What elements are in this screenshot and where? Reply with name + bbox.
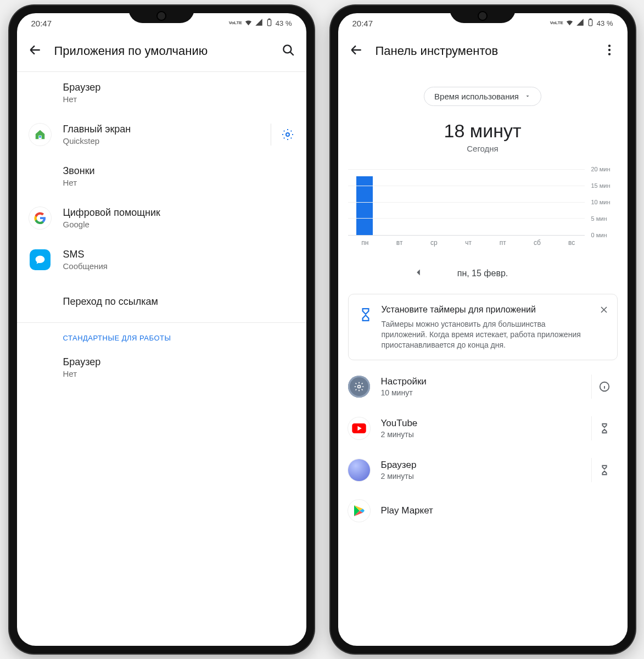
app-time: 2 минуты xyxy=(381,430,580,439)
app-bar: Приложения по умолчанию xyxy=(17,33,306,71)
sms-icon xyxy=(29,249,51,271)
chart-x-tick: пн xyxy=(348,239,383,247)
signal-icon xyxy=(576,18,584,28)
page-title: Панель инструментов xyxy=(376,44,590,58)
row-title: Браузер xyxy=(63,356,294,368)
screen-left: 20:47 VoLTE 43 % Приложения по умолчанию xyxy=(17,13,306,646)
chart-bar[interactable] xyxy=(517,170,551,235)
close-card-button[interactable] xyxy=(598,304,609,317)
svg-rect-1 xyxy=(268,19,270,19)
timer-hint-card: Установите таймеры для приложений Таймер… xyxy=(348,294,618,360)
app-usage-row[interactable]: Настройки10 минут xyxy=(338,366,628,407)
default-app-row[interactable]: Браузер Нет xyxy=(17,347,306,388)
default-app-row[interactable]: SMS Сообщения xyxy=(17,239,306,281)
chart-x-labels: пнвтсрчтптсбвс xyxy=(338,236,628,247)
wifi-icon xyxy=(565,18,574,28)
chip-label: Время использования xyxy=(434,92,519,101)
chart-x-tick: вс xyxy=(555,239,589,247)
row-title: Главный экран xyxy=(63,124,259,135)
settings-gear-button[interactable] xyxy=(271,124,294,146)
chart-x-tick: вт xyxy=(382,239,417,247)
chart-bar[interactable] xyxy=(551,170,585,235)
card-description: Таймеры можно установить для большинства… xyxy=(382,319,590,350)
chevron-down-icon xyxy=(524,92,531,101)
hourglass-icon xyxy=(359,308,373,324)
row-subtitle: Google xyxy=(63,220,294,229)
chart-x-tick: чт xyxy=(451,239,486,247)
google-icon xyxy=(29,207,51,229)
svg-point-4 xyxy=(286,133,289,136)
svg-rect-6 xyxy=(590,19,591,19)
row-title: Браузер xyxy=(63,82,294,93)
default-app-row[interactable]: Цифровой помощник Google xyxy=(17,197,306,239)
usage-total: 18 минут Сегодня xyxy=(338,120,628,153)
app-action-button[interactable] xyxy=(591,416,618,440)
chart-x-tick: сб xyxy=(520,239,555,247)
app-icon xyxy=(348,459,370,481)
row-subtitle: Сообщения xyxy=(63,261,294,271)
notch xyxy=(128,9,194,23)
battery-icon xyxy=(586,18,595,28)
chart-x-tick: пт xyxy=(485,239,520,247)
status-right: VoLTE 43 % xyxy=(229,18,292,28)
notch xyxy=(450,9,516,23)
svg-point-8 xyxy=(608,49,610,51)
volte-icon: VoLTE xyxy=(550,21,563,25)
chart-y-tick: 5 мин xyxy=(591,215,607,222)
status-time: 20:47 xyxy=(352,19,373,28)
battery-icon xyxy=(265,18,273,28)
filter-chip[interactable]: Время использования xyxy=(424,87,541,106)
chart-bar[interactable] xyxy=(449,170,483,235)
row-subtitle: Нет xyxy=(63,178,294,187)
row-title: Переход по ссылкам xyxy=(63,296,294,308)
chart-y-tick: 20 мин xyxy=(591,166,611,172)
chart-x-tick: ср xyxy=(417,239,451,247)
chart-bar[interactable] xyxy=(382,170,416,235)
search-button[interactable] xyxy=(281,43,295,59)
current-date: пн, 15 февр. xyxy=(457,269,508,278)
wifi-icon xyxy=(244,18,253,28)
back-button[interactable] xyxy=(349,43,363,59)
chart-bar[interactable] xyxy=(483,170,517,235)
back-button[interactable] xyxy=(28,43,42,59)
svg-point-9 xyxy=(608,53,610,55)
app-icon xyxy=(348,500,370,522)
svg-rect-5 xyxy=(589,20,592,26)
row-subtitle: Quickstep xyxy=(63,136,259,146)
default-app-row[interactable]: Браузер Нет xyxy=(17,72,306,114)
app-usage-row[interactable]: Play Маркет xyxy=(338,491,628,530)
app-icon xyxy=(348,376,370,398)
usage-sublabel: Сегодня xyxy=(338,144,628,153)
svg-rect-3 xyxy=(39,136,41,138)
app-name: Настройки xyxy=(381,376,580,387)
phone-left: 20:47 VoLTE 43 % Приложения по умолчанию xyxy=(9,5,314,654)
app-action-button[interactable] xyxy=(591,375,618,399)
status-right: VoLTE 43 % xyxy=(550,18,613,28)
app-icon-placeholder xyxy=(29,291,51,312)
svg-rect-0 xyxy=(267,20,271,26)
phone-right: 20:47 VoLTE 43 % Панель инструментов Вре… xyxy=(331,5,635,654)
default-app-row[interactable]: Звонки Нет xyxy=(17,155,306,197)
prev-day-button[interactable] xyxy=(412,266,424,281)
chart-bar[interactable] xyxy=(348,170,382,235)
app-usage-row[interactable]: YouTube2 минуты xyxy=(338,407,628,449)
screen-right: 20:47 VoLTE 43 % Панель инструментов Вре… xyxy=(338,13,628,646)
svg-point-2 xyxy=(283,45,291,53)
volte-icon: VoLTE xyxy=(229,21,242,25)
card-title: Установите таймеры для приложений xyxy=(382,304,590,316)
app-action-button[interactable] xyxy=(591,458,618,482)
default-app-row[interactable]: Главный экран Quickstep xyxy=(17,114,306,155)
default-app-row[interactable]: Переход по ссылкам xyxy=(17,281,306,322)
app-bar: Панель инструментов xyxy=(338,33,628,71)
app-icon-placeholder xyxy=(29,165,51,187)
battery-percent: 43 % xyxy=(597,19,613,27)
signal-icon xyxy=(255,18,263,28)
row-title: SMS xyxy=(63,249,294,260)
chart-bar[interactable] xyxy=(416,170,450,235)
app-usage-row[interactable]: Браузер2 минуты xyxy=(338,449,628,491)
app-name: Play Маркет xyxy=(381,505,618,516)
app-icon xyxy=(348,417,370,439)
app-time: 10 минут xyxy=(381,388,580,397)
more-menu-button[interactable] xyxy=(602,43,617,59)
row-title: Звонки xyxy=(63,165,294,177)
